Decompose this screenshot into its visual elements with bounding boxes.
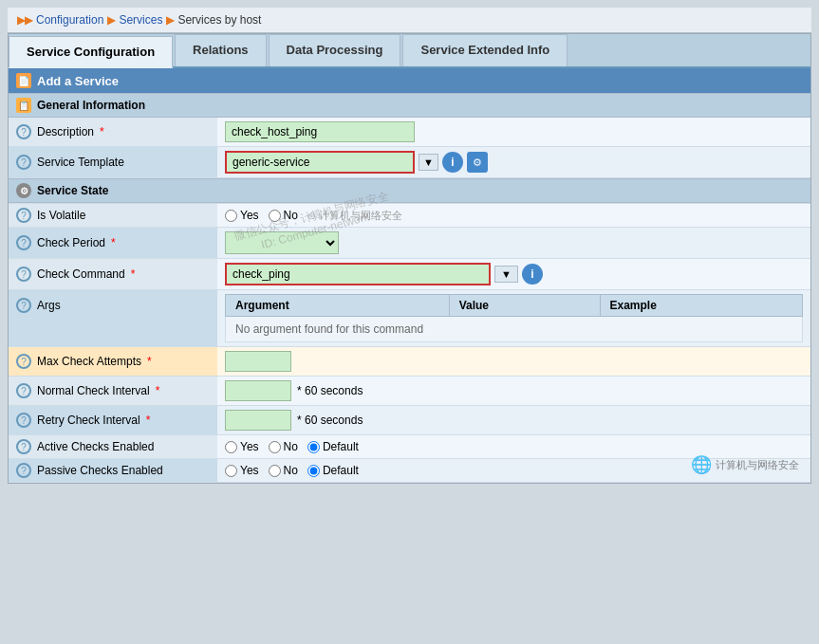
normal-check-suffix: * 60 seconds bbox=[297, 384, 363, 397]
breadcrumb: ▶▶ Configuration ▶ Services ▶ Services b… bbox=[8, 8, 811, 33]
passive-checks-yes-label: Yes bbox=[225, 464, 259, 477]
check-period-required: * bbox=[111, 236, 116, 249]
add-service-icon: 📄 bbox=[16, 73, 31, 88]
max-check-help-icon[interactable]: ? bbox=[16, 354, 31, 369]
main-panel: Service Configuration Relations Data Pro… bbox=[8, 33, 811, 484]
service-template-label-cell: ? Service Template bbox=[9, 147, 217, 178]
retry-check-value-cell: * 60 seconds bbox=[217, 406, 810, 435]
check-command-info-btn[interactable]: i bbox=[522, 264, 543, 285]
retry-check-input[interactable] bbox=[225, 410, 291, 431]
is-volatile-yes-radio[interactable] bbox=[225, 210, 237, 222]
check-command-input[interactable] bbox=[225, 263, 491, 285]
retry-check-help-icon[interactable]: ? bbox=[16, 413, 31, 428]
description-required: * bbox=[100, 125, 104, 138]
max-check-value-cell bbox=[217, 347, 810, 377]
passive-checks-label-cell: ? Passive Checks Enabled bbox=[9, 459, 217, 483]
breadcrumb-config[interactable]: Configuration bbox=[36, 13, 103, 27]
check-command-label-cell: ? Check Command * bbox=[9, 259, 217, 290]
check-period-row: ? Check Period * bbox=[9, 228, 810, 259]
arrow1: ▶ bbox=[107, 14, 115, 27]
passive-checks-default-radio[interactable] bbox=[307, 465, 320, 477]
breadcrumb-services[interactable]: Services bbox=[119, 13, 162, 27]
args-col-argument: Argument bbox=[226, 295, 450, 317]
max-check-label: Max Check Attempts bbox=[37, 355, 141, 368]
check-command-help-icon[interactable]: ? bbox=[16, 267, 31, 282]
normal-check-label-cell: ? Normal Check Interval * bbox=[9, 377, 217, 406]
is-volatile-help-icon[interactable]: ? bbox=[16, 208, 31, 223]
normal-check-input[interactable] bbox=[225, 380, 291, 401]
active-checks-default-radio[interactable] bbox=[307, 441, 320, 453]
description-input[interactable] bbox=[225, 121, 415, 142]
retry-check-row: ? Retry Check Interval * * 60 seconds bbox=[9, 406, 810, 435]
description-value-cell bbox=[217, 118, 810, 147]
check-command-required: * bbox=[131, 267, 136, 281]
check-period-label: Check Period bbox=[37, 236, 105, 249]
retry-check-label: Retry Check Interval bbox=[37, 414, 140, 427]
service-template-input[interactable] bbox=[225, 151, 415, 174]
add-service-title: Add a Service bbox=[37, 74, 119, 88]
outer-wrapper: ▶▶ Configuration ▶ Services ▶ Services b… bbox=[0, 0, 819, 644]
service-template-value-cell: ▼ i ⚙ bbox=[217, 147, 810, 178]
normal-check-help-icon[interactable]: ? bbox=[16, 383, 31, 398]
service-template-wrapper: ▼ i ⚙ bbox=[225, 151, 803, 174]
service-template-config-btn[interactable]: ⚙ bbox=[467, 152, 488, 173]
active-checks-label-cell: ? Active Checks Enabled bbox=[9, 435, 217, 459]
retry-check-required: * bbox=[146, 414, 151, 427]
description-label: Description bbox=[37, 125, 94, 138]
tab-data-processing[interactable]: Data Processing bbox=[269, 34, 401, 66]
add-service-header: 📄 Add a Service bbox=[9, 68, 810, 93]
active-checks-help-icon[interactable]: ? bbox=[16, 439, 31, 454]
service-template-help-icon[interactable]: ? bbox=[16, 155, 31, 170]
passive-checks-no-label: No bbox=[269, 464, 298, 477]
service-template-dropdown-btn[interactable]: ▼ bbox=[419, 154, 438, 171]
retry-check-suffix: * 60 seconds bbox=[297, 414, 363, 427]
tab-service-extended-info[interactable]: Service Extended Info bbox=[402, 34, 568, 66]
general-info-icon: 📋 bbox=[16, 98, 31, 113]
general-info-header: 📋 General Information bbox=[9, 93, 810, 118]
active-checks-radio-group: Yes No Default bbox=[225, 440, 803, 453]
service-template-info-btn[interactable]: i bbox=[442, 152, 463, 173]
args-row: ? Args Argument Value Example bbox=[9, 290, 810, 347]
watermark-icon: 🌐 bbox=[691, 454, 712, 475]
service-state-header-cell: ⚙ Service State bbox=[9, 178, 810, 204]
form-table: ? Description * ? Service Template bbox=[9, 118, 810, 483]
check-period-select[interactable] bbox=[225, 231, 339, 254]
normal-check-row: ? Normal Check Interval * * 60 seconds bbox=[9, 377, 810, 406]
description-label-cell: ? Description * bbox=[9, 118, 217, 147]
passive-checks-no-radio[interactable] bbox=[269, 465, 281, 477]
args-label: Args bbox=[37, 299, 61, 312]
description-help-icon[interactable]: ? bbox=[16, 124, 31, 139]
active-checks-no-label: No bbox=[269, 440, 298, 453]
check-period-wrapper bbox=[225, 231, 803, 254]
is-volatile-label: Is Volatile bbox=[37, 209, 85, 222]
retry-check-wrapper: * 60 seconds bbox=[225, 410, 803, 431]
active-checks-no-radio[interactable] bbox=[269, 441, 281, 453]
passive-checks-yes-radio[interactable] bbox=[225, 465, 237, 477]
service-template-row: ? Service Template ▼ i ⚙ bbox=[9, 147, 810, 178]
args-label-cell: ? Args bbox=[9, 290, 217, 347]
args-col-example: Example bbox=[600, 295, 803, 317]
passive-checks-help-icon[interactable]: ? bbox=[16, 463, 31, 478]
service-state-title: Service State bbox=[37, 184, 108, 197]
check-command-wrapper: ▼ i bbox=[225, 263, 803, 285]
service-template-label: Service Template bbox=[37, 156, 124, 169]
tab-service-configuration[interactable]: Service Configuration bbox=[9, 36, 173, 68]
tab-bar: Service Configuration Relations Data Pro… bbox=[9, 34, 810, 68]
active-checks-default-label: Default bbox=[307, 440, 359, 453]
max-check-input[interactable] bbox=[225, 351, 291, 372]
normal-check-label: Normal Check Interval bbox=[37, 384, 150, 397]
check-command-dropdown-btn[interactable]: ▼ bbox=[494, 266, 518, 283]
general-info-title: General Information bbox=[37, 99, 145, 112]
tab-relations[interactable]: Relations bbox=[175, 34, 267, 66]
active-checks-yes-radio[interactable] bbox=[225, 441, 237, 453]
passive-checks-default-label: Default bbox=[307, 464, 359, 477]
max-check-required: * bbox=[147, 355, 152, 368]
check-period-label-cell: ? Check Period * bbox=[9, 228, 217, 259]
passive-checks-label: Passive Checks Enabled bbox=[37, 464, 163, 477]
args-help-icon[interactable]: ? bbox=[16, 298, 31, 313]
is-volatile-no-radio[interactable] bbox=[269, 210, 281, 222]
check-period-help-icon[interactable]: ? bbox=[16, 235, 31, 250]
active-checks-yes-label: Yes bbox=[225, 440, 259, 453]
description-row: ? Description * bbox=[9, 118, 810, 147]
service-state-header-row: ⚙ Service State bbox=[9, 178, 810, 204]
